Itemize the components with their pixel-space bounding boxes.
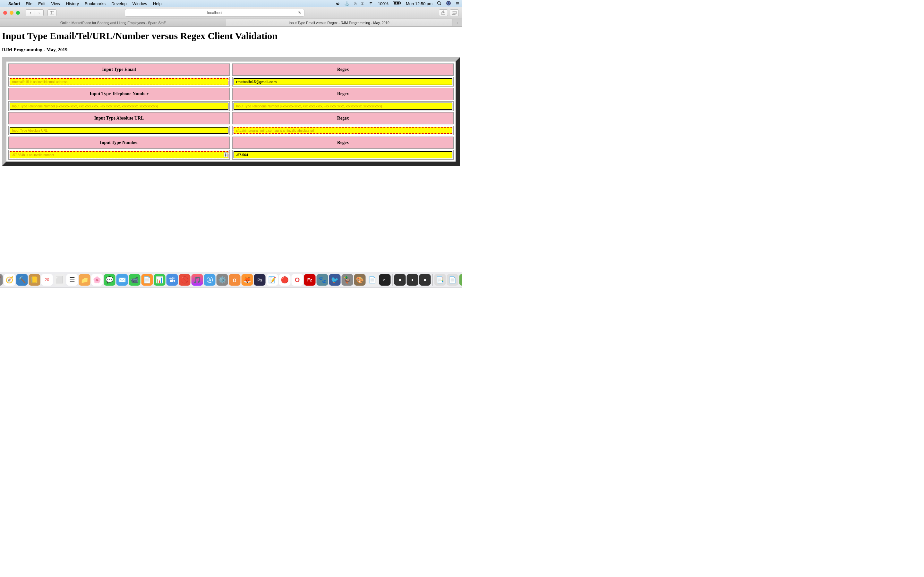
app-icon[interactable]: 📁 [79,274,90,285]
facetime-icon[interactable]: 📹 [129,274,141,285]
macos-menubar: Safari File Edit View History Bookmarks … [0,0,462,7]
clock[interactable]: Mon 12:50 pm [406,1,433,6]
header-number: Input Type Number [8,137,230,149]
app-icon[interactable]: 📝 [267,274,278,285]
photos-icon[interactable]: 🌸 [91,274,103,285]
menu-history[interactable]: History [66,1,79,6]
menu-develop[interactable]: Develop [111,1,127,6]
app-icon[interactable]: 🐾 [317,274,328,285]
dock-separator [433,274,433,285]
maximize-window-button[interactable] [16,11,20,15]
app-icon[interactable]: 🦆 [342,274,353,285]
input-number-regex[interactable] [234,151,452,158]
firefox-icon[interactable]: 🦊 [242,274,253,285]
input-tel-native[interactable] [10,103,228,110]
header-email: Input Type Email [8,63,230,76]
battery-icon [393,1,401,6]
status-icon[interactable]: ☯ [336,1,340,6]
launchpad-icon[interactable]: 🚀 [0,274,3,285]
app-icon[interactable]: 🚫 [179,274,191,285]
tab-bar: Online MarketPlace for Sharing and Hirin… [0,19,462,27]
itunes-icon[interactable]: 🎵 [192,274,203,285]
settings-icon[interactable]: ⚙️ [216,274,228,285]
header-regex-url: Regex [232,112,454,124]
menu-file[interactable]: File [26,1,32,6]
menu-bookmarks[interactable]: Bookmarks [85,1,105,6]
header-regex-email: Regex [232,63,454,76]
thunderbird-icon[interactable]: 🐦 [329,274,341,285]
dock-folder[interactable]: ▪ [419,274,431,285]
pages-icon[interactable]: 📄 [142,274,153,285]
siri-icon[interactable] [446,1,451,7]
header-regex-number: Regex [232,137,454,149]
spotlight-icon[interactable] [437,1,441,6]
battery-percent[interactable]: 100% [378,1,389,6]
numbers-icon[interactable]: 📊 [154,274,166,285]
safari-toolbar: ‹ › localhost ↻ [0,7,462,19]
svg-rect-12 [453,11,456,14]
new-tab-button[interactable]: + [452,19,462,26]
macos-dock: 🙂 ◉ 🚀 🧭 🔨 📒 20 ⬜ ☰ 📁 🌸 💬 ✉️ 📹 📄 📊 📽 🚫 🎵 … [0,272,462,288]
svg-line-4 [440,4,441,5]
dock-stack[interactable]: 📗 [459,274,462,285]
input-tel-regex[interactable] [234,103,452,110]
window-controls [3,11,20,15]
app-menu[interactable]: Safari [8,1,20,6]
input-url-native[interactable] [10,127,228,134]
appstore-icon[interactable]: Ⓐ [204,274,216,285]
sidebar-button[interactable] [47,9,57,16]
menu-window[interactable]: Window [132,1,147,6]
keynote-icon[interactable]: 📽 [166,274,178,285]
address-bar[interactable]: localhost ↻ [125,9,304,17]
menu-help[interactable]: Help [153,1,162,6]
mail-icon[interactable]: ✉️ [116,274,128,285]
svg-point-5 [446,1,451,5]
number-stepper[interactable]: ▲▼ [224,152,228,157]
forward-button[interactable]: › [35,9,44,16]
validation-table: Input Type Email Regex Input Type Teleph… [2,57,460,166]
dock-folder[interactable]: ▪ [394,274,406,285]
page-content: Input Type Email/Tel/URL/Number versus R… [0,27,462,170]
svg-rect-1 [401,2,401,4]
tabs-button[interactable] [450,9,459,16]
header-tel: Input Type Telephone Number [8,88,230,100]
dock-stack[interactable]: 📑 [435,274,446,285]
minimize-window-button[interactable] [10,11,13,15]
page-subtitle: RJM Programming - May, 2019 [2,47,460,53]
app-icon[interactable]: 📄 [367,274,378,285]
dock-folder[interactable]: ▪ [407,274,418,285]
input-email-native[interactable] [10,78,228,85]
app-icon[interactable]: ⬜ [54,274,65,285]
filezilla-icon[interactable]: Fz [304,274,316,285]
messages-icon[interactable]: 💬 [104,274,115,285]
reload-icon[interactable]: ↻ [298,11,302,15]
opera-icon[interactable]: O [292,274,303,285]
dock-stack[interactable]: 📄 [447,274,459,285]
notification-center-icon[interactable]: ☰ [456,1,459,6]
wifi-icon[interactable] [368,1,373,6]
calendar-icon[interactable]: 20 [41,274,53,285]
tab-inactive[interactable]: Online MarketPlace for Sharing and Hirin… [0,19,226,26]
bluetooth-icon[interactable]: ⧗ [361,1,364,6]
gimp-icon[interactable]: 🎨 [354,274,366,285]
photoshop-icon[interactable]: Ps [254,274,266,285]
app-icon[interactable]: α [229,274,241,285]
reminders-icon[interactable]: ☰ [66,274,78,285]
menu-edit[interactable]: Edit [38,1,45,6]
share-button[interactable] [439,9,448,16]
airplay-icon[interactable]: ⎚ [354,1,357,6]
contacts-icon[interactable]: 📒 [29,274,40,285]
chrome-icon[interactable]: 🔴 [279,274,291,285]
tab-active[interactable]: Input Type Email versus Regex - RJM Prog… [226,19,452,26]
back-button[interactable]: ‹ [26,9,35,16]
safari-dock-icon[interactable]: 🧭 [4,274,15,285]
input-email-regex[interactable] [234,78,452,85]
xcode-icon[interactable]: 🔨 [16,274,28,285]
terminal-icon[interactable]: >_ [379,274,391,285]
status-icon[interactable]: ⚓ [344,1,349,6]
close-window-button[interactable] [3,11,7,15]
svg-rect-7 [50,11,54,15]
input-url-regex[interactable] [234,127,452,134]
input-number-native[interactable] [10,151,228,158]
menu-view[interactable]: View [51,1,60,6]
